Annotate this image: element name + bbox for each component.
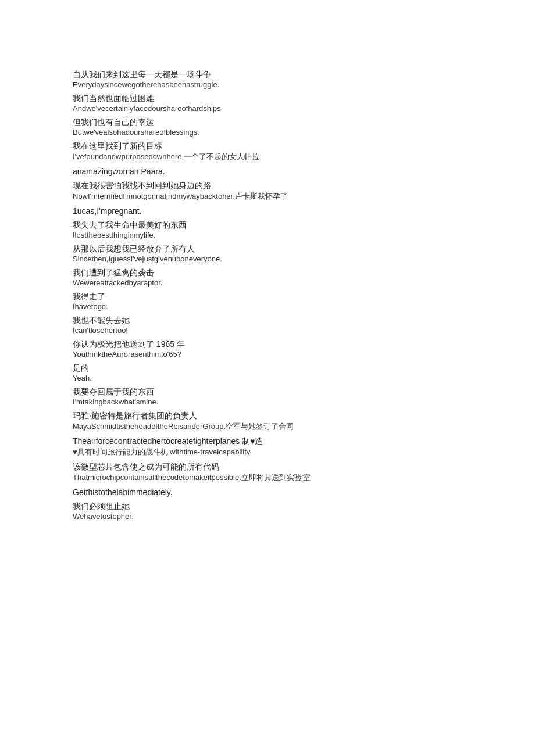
chinese-line-7: 我失去了我生命中最美好的东西 xyxy=(73,220,462,231)
english-line-7: Ilostthebestthinginmylife. xyxy=(73,231,462,239)
text-pair-14: 我要夺回属于我的东西I'mtakingbackwhat'smine. xyxy=(73,387,462,406)
chinese-line-10: 我得走了 xyxy=(73,292,462,302)
chinese-line-16: Theairforcecontractedhertocreatefighterp… xyxy=(73,436,462,447)
english-line-1: Andwe'vecertainlyfacedourshareofhardship… xyxy=(73,104,462,113)
chinese-line-0: 自从我们来到这里每一天都是一场斗争 xyxy=(73,70,462,80)
main-content: 自从我们来到这里每一天都是一场斗争Everydaysincewegothereh… xyxy=(73,70,462,521)
text-pair-6: 1ucas,I'mpregnant. xyxy=(73,206,462,216)
text-pair-9: 我们遭到了猛禽的袭击Wewereattackedbyaraptor. xyxy=(73,268,462,287)
english-line-3: I'vefoundanewpurposedownhere,一个了不起的女人帕拉 xyxy=(73,152,462,162)
english-line-19: Wehavetostopher. xyxy=(73,512,462,521)
english-line-9: Wewereattackedbyaraptor. xyxy=(73,278,462,287)
chinese-line-6: 1ucas,I'mpregnant. xyxy=(73,206,462,216)
english-line-12: YouthinktheAurorasenthimto'65? xyxy=(73,350,462,359)
text-pair-7: 我失去了我生命中最美好的东西Ilostthebestthinginmylife. xyxy=(73,220,462,239)
chinese-line-17: 该微型芯片包含使之成为可能的所有代码 xyxy=(73,462,462,472)
text-pair-5: 现在我很害怕我找不到回到她身边的路NowI'mterrifiedI'mnotgo… xyxy=(73,181,462,202)
text-pair-1: 我们当然也面临过困难Andwe'vecertainlyfacedourshare… xyxy=(73,94,462,113)
text-pair-4: anamazingwoman,Paara. xyxy=(73,167,462,176)
chinese-line-13: 是的 xyxy=(73,363,462,374)
chinese-line-2: 但我们也有自己的幸运 xyxy=(73,117,462,128)
text-pair-19: 我们必须阻止她Wehavetostopher. xyxy=(73,501,462,521)
english-line-13: Yeah. xyxy=(73,374,462,382)
chinese-line-8: 从那以后我想我已经放弃了所有人 xyxy=(73,244,462,255)
chinese-line-14: 我要夺回属于我的东西 xyxy=(73,387,462,397)
text-pair-17: 该微型芯片包含使之成为可能的所有代码Thatmicrochipcontainsa… xyxy=(73,462,462,483)
text-pair-16: Theairforcecontractedhertocreatefighterp… xyxy=(73,436,462,457)
english-line-2: Butwe'vealsohadourshareofblessings. xyxy=(73,128,462,137)
chinese-line-19: 我们必须阻止她 xyxy=(73,501,462,512)
english-line-16: ♥具有时间旅行能力的战斗机 withtime-travelcapability. xyxy=(73,447,462,457)
chinese-line-3: 我在这里找到了新的目标 xyxy=(73,141,462,152)
chinese-line-18: Getthistothelabimmediately. xyxy=(73,488,462,497)
text-pair-3: 我在这里找到了新的目标I'vefoundanewpurposedownhere,… xyxy=(73,141,462,162)
chinese-line-4: anamazingwoman,Paara. xyxy=(73,167,462,176)
text-pair-15: 玛雅·施密特是旅行者集团的负责人MayaSchmidtistheheadofth… xyxy=(73,411,462,432)
text-pair-11: 我也不能失去她Ican'tlosehertoo! xyxy=(73,316,462,335)
english-line-14: I'mtakingbackwhat'smine. xyxy=(73,397,462,406)
english-line-5: NowI'mterrifiedI'mnotgonnafindmywaybackt… xyxy=(73,191,462,202)
english-line-10: Ihavetogo. xyxy=(73,302,462,311)
text-pair-18: Getthistothelabimmediately. xyxy=(73,488,462,497)
text-pair-12: 你认为极光把他送到了 1965 年YouthinktheAurorasenthi… xyxy=(73,339,462,359)
text-pair-13: 是的Yeah. xyxy=(73,363,462,382)
english-line-8: Sincethen,IguessI'vejustgivenuponeveryon… xyxy=(73,255,462,263)
text-pair-8: 从那以后我想我已经放弃了所有人Sincethen,IguessI'vejustg… xyxy=(73,244,462,263)
text-pair-2: 但我们也有自己的幸运Butwe'vealsohadourshareofbless… xyxy=(73,117,462,137)
chinese-line-9: 我们遭到了猛禽的袭击 xyxy=(73,268,462,278)
text-pair-0: 自从我们来到这里每一天都是一场斗争Everydaysincewegothereh… xyxy=(73,70,462,89)
chinese-line-12: 你认为极光把他送到了 1965 年 xyxy=(73,339,462,350)
english-line-17: Thatmicrochipcontainsallthecodetomakeitp… xyxy=(73,472,462,483)
chinese-line-5: 现在我很害怕我找不到回到她身边的路 xyxy=(73,181,462,191)
chinese-line-11: 我也不能失去她 xyxy=(73,316,462,326)
english-line-0: Everydaysincewegotherehasbeenastruggle. xyxy=(73,80,462,89)
text-pair-10: 我得走了Ihavetogo. xyxy=(73,292,462,311)
english-line-15: MayaSchmidtistheheadoftheReisanderGroup.… xyxy=(73,421,462,432)
chinese-line-1: 我们当然也面临过困难 xyxy=(73,94,462,104)
chinese-line-15: 玛雅·施密特是旅行者集团的负责人 xyxy=(73,411,462,421)
english-line-11: Ican'tlosehertoo! xyxy=(73,326,462,335)
